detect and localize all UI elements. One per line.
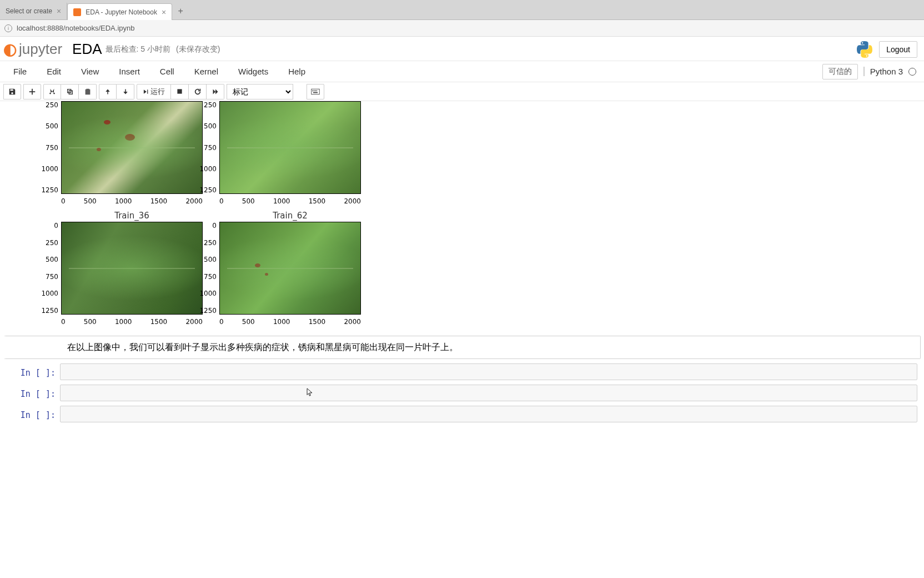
close-icon[interactable]: × [162, 8, 166, 17]
input-prompt: In [ ]: [3, 406, 60, 422]
kernel-name[interactable]: Python 3 [863, 67, 903, 76]
browser-tab-active[interactable]: EDA - Jupyter Notebook × [67, 3, 172, 20]
jupyter-logo-icon: ◐ [3, 40, 17, 58]
close-icon[interactable]: × [57, 7, 61, 16]
svg-rect-5 [317, 90, 318, 91]
y-axis-ticks: 250 500 750 1000 1250 [39, 101, 58, 194]
y-axis-ticks: 0 250 500 750 1000 1250 [39, 217, 58, 315]
menu-insert[interactable]: Insert [109, 62, 150, 81]
code-input[interactable] [60, 406, 917, 422]
menu-bar: File Edit View Insert Cell Kernel Widget… [0, 61, 924, 82]
trusted-indicator[interactable]: 可信的 [822, 64, 858, 79]
copy-button[interactable] [61, 84, 79, 99]
address-bar[interactable]: i localhost:8888/notebooks/EDA.ipynb [0, 20, 924, 37]
restart-run-all-button[interactable] [207, 84, 224, 99]
browser-tab-inactive[interactable]: Select or create × [0, 3, 67, 19]
python-logo-icon [856, 41, 873, 58]
menu-kernel[interactable]: Kernel [184, 62, 228, 81]
notebook-name[interactable]: EDA [72, 41, 102, 58]
tab-title: EDA - Jupyter Notebook [86, 8, 157, 16]
menu-help[interactable]: Help [278, 62, 315, 81]
y-axis-ticks: 250 500 750 1000 1250 [197, 101, 217, 194]
url-text: localhost:8888/notebooks/EDA.ipynb [17, 24, 134, 32]
save-button[interactable] [3, 84, 21, 99]
x-axis-ticks: 0 500 1000 1500 2000 [219, 318, 361, 326]
kernel-status-icon[interactable] [908, 68, 916, 76]
plot-image [61, 222, 203, 315]
logout-button[interactable]: Logout [879, 41, 917, 58]
unsaved-status: (未保存改变) [176, 44, 220, 54]
cut-button[interactable] [43, 84, 61, 99]
jupyter-logo[interactable]: ◐ jupyter [3, 40, 62, 58]
paste-button[interactable] [79, 84, 97, 99]
code-cell[interactable]: In [ ]: [3, 382, 921, 403]
menu-widgets[interactable]: Widgets [228, 62, 278, 81]
svg-rect-1 [312, 89, 319, 94]
x-axis-ticks: 0 500 1000 1500 2000 [61, 197, 203, 205]
y-axis-ticks: 0 250 500 750 1000 1250 [197, 217, 217, 315]
plot-title: Train_62 [219, 211, 361, 221]
code-cell[interactable]: In [ ]: [3, 361, 921, 382]
plot-title: Train_36 [61, 211, 203, 221]
play-step-icon [143, 89, 148, 94]
cell-type-select[interactable]: 标记 [227, 84, 293, 99]
checkpoint-status: 最后检查: 5 小时前 [106, 44, 170, 54]
cell-output: 250 500 750 1000 1250 [0, 101, 924, 319]
jupyter-logo-text: jupyter [19, 41, 62, 58]
x-axis-ticks: 0 500 1000 1500 2000 [219, 197, 361, 205]
markdown-text: 在以上图像中，我们可以看到叶子显示出多种疾病的症状，锈病和黑星病可能出现在同一片… [67, 341, 912, 354]
svg-rect-0 [177, 89, 182, 93]
toolbar: 运行 标记 [0, 82, 924, 101]
plot-subplot: Train_36 0 250 500 750 1000 1250 [61, 211, 203, 315]
tab-title: Select or create [6, 7, 52, 15]
code-input[interactable] [60, 363, 917, 380]
command-palette-button[interactable] [307, 84, 324, 99]
code-cell[interactable]: In [ ]: [3, 403, 921, 425]
plot-image [219, 101, 361, 194]
markdown-cell[interactable]: 在以上图像中，我们可以看到叶子显示出多种疾病的症状，锈病和黑星病可能出现在同一片… [3, 336, 921, 359]
input-prompt: In [ ]: [3, 385, 60, 401]
menu-view[interactable]: View [71, 62, 109, 81]
run-button[interactable]: 运行 [137, 84, 171, 99]
browser-tab-strip: Select or create × EDA - Jupyter Noteboo… [0, 0, 924, 20]
plot-subplot: Train_62 0 250 500 750 1000 1250 [219, 211, 361, 315]
plot-image [61, 101, 203, 194]
svg-rect-2 [312, 90, 313, 91]
menu-edit[interactable]: Edit [37, 62, 71, 81]
plot-subplot: 250 500 750 1000 1250 [61, 101, 203, 194]
notebook-header: ◐ jupyter EDA 最后检查: 5 小时前 (未保存改变) Logout [0, 37, 924, 61]
move-down-button[interactable] [117, 84, 134, 99]
move-up-button[interactable] [99, 84, 117, 99]
svg-rect-3 [314, 90, 315, 91]
menu-file[interactable]: File [3, 62, 37, 81]
add-cell-button[interactable] [23, 84, 41, 99]
jupyter-favicon [73, 8, 81, 16]
site-info-icon[interactable]: i [4, 24, 12, 32]
input-prompt: In [ ]: [3, 363, 60, 380]
notebook-container[interactable]: 250 500 750 1000 1250 [0, 101, 924, 575]
menu-cell[interactable]: Cell [150, 62, 184, 81]
run-label: 运行 [150, 87, 165, 97]
code-input[interactable] [60, 385, 917, 401]
interrupt-button[interactable] [171, 84, 189, 99]
x-axis-ticks: 0 500 1000 1500 2000 [61, 318, 203, 326]
restart-button[interactable] [189, 84, 207, 99]
plot-image [219, 222, 361, 315]
svg-rect-6 [313, 92, 318, 93]
plot-subplot: 250 500 750 1000 1250 0 500 1000 [219, 101, 361, 194]
svg-rect-4 [315, 90, 316, 91]
new-tab-button[interactable]: + [172, 3, 189, 19]
